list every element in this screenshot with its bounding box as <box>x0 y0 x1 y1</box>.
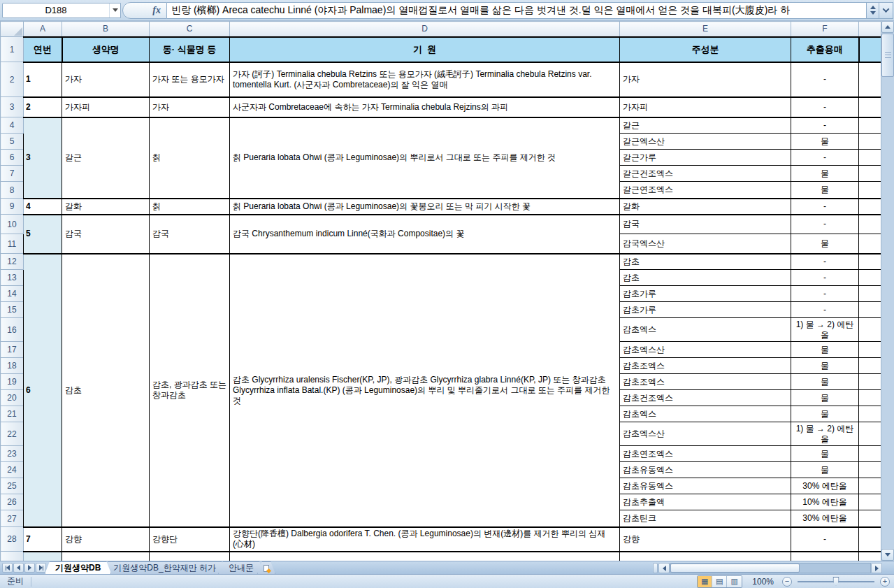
cell-component-r28[interactable]: 강향 <box>620 527 791 552</box>
scroll-up-button[interactable] <box>881 21 894 33</box>
cell-component-r22[interactable]: 감초엑스산 <box>620 422 791 446</box>
horizontal-scrollbar[interactable] <box>653 561 894 575</box>
header-cell-origin[interactable]: 기 원 <box>230 37 620 62</box>
cell-solvent-r23[interactable]: 물 <box>791 446 859 462</box>
cell-name-group4[interactable]: 갈화 <box>62 199 150 215</box>
column-header-d[interactable]: D <box>230 22 620 37</box>
scroll-down-button[interactable] <box>881 549 894 561</box>
column-header-a[interactable]: A <box>24 22 62 37</box>
cell-partial-r8[interactable] <box>859 182 881 199</box>
cell-name-group2[interactable]: 가자피 <box>62 97 150 117</box>
cell-component-r6[interactable]: 갈근가루 <box>620 150 791 166</box>
cell-no-group8[interactable] <box>24 552 62 561</box>
cell-solvent-r15[interactable]: - <box>791 302 859 318</box>
cell-solvent-r3[interactable]: - <box>791 97 859 117</box>
cell-partial-r9[interactable] <box>859 199 881 215</box>
cell-name-group1[interactable]: 가자 <box>62 62 150 97</box>
cell-origin-group5[interactable]: 감국 Chrysanthemum indicum Linné(국화과 Compo… <box>230 215 620 254</box>
cell-solvent-r12[interactable]: - <box>791 254 859 270</box>
cell-solvent-r19[interactable]: 물 <box>791 374 859 390</box>
cell-component-r27[interactable]: 감초틴크 <box>620 510 791 527</box>
cell-name-group7[interactable]: 강향 <box>62 527 150 552</box>
cell-plant-group1[interactable]: 가자 또는 용모가자 <box>150 62 230 97</box>
cell-component-r9[interactable]: 갈화 <box>620 199 791 215</box>
cell-origin-group8[interactable]: 강활 Ostericum koreanum Maxim. 중국강활 Notopt… <box>230 552 620 561</box>
header-cell-no[interactable]: 연번 <box>24 37 62 62</box>
zoom-slider-thumb[interactable] <box>833 577 839 586</box>
cell-origin-group2[interactable]: 사군자과 Combretaceae에 속하는 가자 Terminalia che… <box>230 97 620 117</box>
cell-partial-r16[interactable] <box>859 318 881 342</box>
horizontal-scroll-track[interactable] <box>670 563 871 573</box>
cell-partial-r24[interactable] <box>859 462 881 478</box>
cell-component-r4[interactable]: 갈근 <box>620 117 791 134</box>
cell-component-r15[interactable]: 감초가루 <box>620 302 791 318</box>
cell-solvent-r17[interactable]: 물 <box>791 342 859 358</box>
cell-solvent-r21[interactable]: 물 <box>791 406 859 422</box>
cell-partial-r28[interactable] <box>859 527 881 552</box>
cell-solvent-r5[interactable]: 물 <box>791 134 859 150</box>
cell-partial-r7[interactable] <box>859 166 881 182</box>
scroll-right-button[interactable] <box>871 563 882 573</box>
sheet-tab-2[interactable]: 기원생약DB_한약재만 허가 <box>103 561 226 574</box>
zoom-level-label[interactable]: 100% <box>752 577 774 587</box>
cell-solvent-r22[interactable]: 1) 물 → 2) 에탄올 <box>791 422 859 446</box>
cell-solvent-r24[interactable]: 물 <box>791 462 859 478</box>
sheet-tab-1[interactable]: 기원생약DB <box>45 561 111 574</box>
name-box[interactable]: D188 <box>2 3 121 18</box>
vertical-scrollbar[interactable] <box>881 21 894 561</box>
cell-solvent-r13[interactable]: - <box>791 270 859 286</box>
row-header-18[interactable]: 18 <box>1 358 24 374</box>
cell-partial-r21[interactable] <box>859 406 881 422</box>
row-header-21[interactable]: 21 <box>1 406 24 422</box>
cell-partial-r3[interactable] <box>859 97 881 117</box>
row-header-8[interactable]: 8 <box>1 182 24 199</box>
row-header-19[interactable]: 19 <box>1 374 24 390</box>
cell-solvent-r27[interactable]: 30% 에탄올 <box>791 510 859 527</box>
cell-plant-group7[interactable]: 강향단 <box>150 527 230 552</box>
cell-no-group1[interactable]: 1 <box>24 62 62 97</box>
cell-solvent-r10[interactable]: - <box>791 215 859 234</box>
zoom-out-button[interactable]: − <box>782 577 792 587</box>
cell-solvent-r11[interactable]: 물 <box>791 234 859 254</box>
cell-origin-group6[interactable]: 감초 Glycyrrhiza uralensis Fischer(KP, JP)… <box>230 254 620 527</box>
cell-solvent-r16[interactable]: 1) 물 → 2) 에탄올 <box>791 318 859 342</box>
normal-view-button[interactable]: ▦ <box>698 576 712 587</box>
cell-partial-r2[interactable] <box>859 62 881 97</box>
scroll-left-button[interactable] <box>658 563 670 573</box>
cell-name-group6[interactable]: 감초 <box>62 254 150 527</box>
cell-solvent-r7[interactable]: 물 <box>791 166 859 182</box>
cell-component-r10[interactable]: 감국 <box>620 215 791 234</box>
cell-plant-group8[interactable]: 강활, 중국강활 또 <box>150 552 230 561</box>
formula-bar-expand-button[interactable] <box>879 2 893 19</box>
row-header-26[interactable]: 26 <box>1 494 24 510</box>
cell-no-group3[interactable]: 3 <box>24 117 62 199</box>
horizontal-scroll-thumb[interactable] <box>670 564 800 573</box>
page-layout-view-button[interactable]: ▤ <box>712 576 727 587</box>
cell-component-r17[interactable]: 감초엑스산 <box>620 342 791 358</box>
header-cell-component[interactable]: 주성분 <box>620 37 791 62</box>
cell-component-r8[interactable]: 갈근연조엑스 <box>620 182 791 199</box>
cell-solvent-r25[interactable]: 30% 에탄올 <box>791 478 859 494</box>
column-header-partial[interactable] <box>859 22 881 37</box>
row-header-5[interactable]: 5 <box>1 134 24 150</box>
cell-component-r18[interactable]: 감초조엑스 <box>620 358 791 374</box>
row-header-28[interactable]: 28 <box>1 527 24 552</box>
cell-solvent-r4[interactable]: - <box>791 117 859 134</box>
cell-component-r2[interactable]: 가자 <box>620 62 791 97</box>
cell-component-r29[interactable]: 강활 <box>620 552 791 561</box>
column-header-c[interactable]: C <box>150 22 230 37</box>
page-break-preview-button[interactable]: ▥ <box>727 576 742 587</box>
zoom-in-button[interactable]: + <box>880 577 890 587</box>
cell-no-group2[interactable]: 2 <box>24 97 62 117</box>
cell-partial-r11[interactable] <box>859 234 881 254</box>
cell-origin-group7[interactable]: 강향단(降香檀) Dalbergia odorifera T. Chen. (콩… <box>230 527 620 552</box>
row-header-20[interactable]: 20 <box>1 390 24 406</box>
row-header-29[interactable]: 29 <box>1 552 24 561</box>
cell-plant-group2[interactable]: 가자 <box>150 97 230 117</box>
cell-partial-r18[interactable] <box>859 358 881 374</box>
cell-plant-group3[interactable]: 칡 <box>150 117 230 199</box>
cell-name-group3[interactable]: 갈근 <box>62 117 150 199</box>
row-header-24[interactable]: 24 <box>1 462 24 478</box>
cell-partial-r10[interactable] <box>859 215 881 234</box>
row-header-6[interactable]: 6 <box>1 150 24 166</box>
